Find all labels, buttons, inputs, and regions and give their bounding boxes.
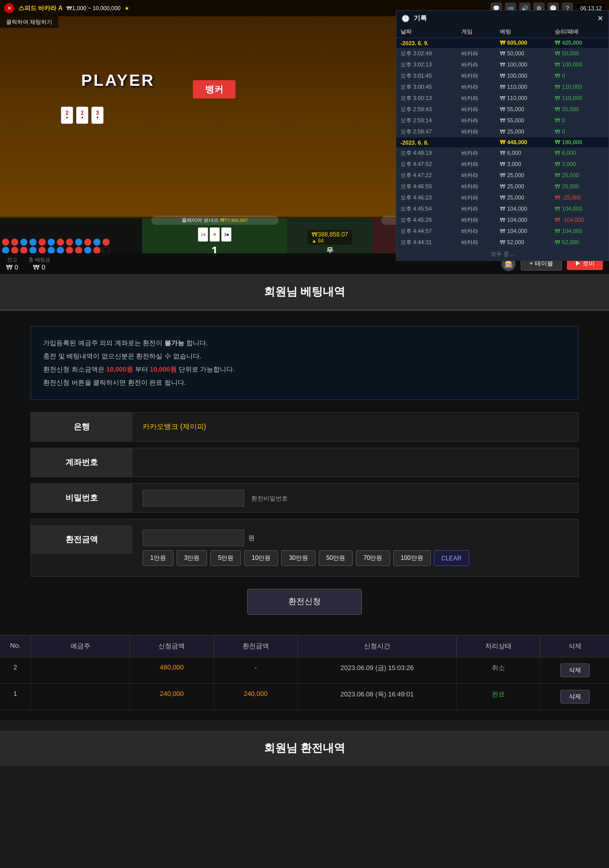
amount-label: 환전금액 bbox=[31, 525, 132, 554]
history-time: 오후 4:45:54 bbox=[396, 204, 457, 215]
score-dot bbox=[103, 239, 110, 246]
history-time: 오후 4:48:19 bbox=[396, 148, 457, 159]
close-button[interactable]: ✕ bbox=[4, 3, 14, 13]
history-game-blank bbox=[457, 138, 496, 148]
history-game-name: 바카라 bbox=[457, 48, 496, 59]
history-game-name: 바카라 bbox=[457, 237, 496, 248]
amount-input-row: 원 bbox=[143, 529, 469, 546]
history-time: 오후 3:00:13 bbox=[396, 93, 457, 104]
banker-button[interactable]: 뱅커 bbox=[193, 80, 235, 98]
delete-button-1[interactable]: 삭제 bbox=[560, 690, 590, 704]
history-bet-amount: ₩ 25,000 bbox=[496, 181, 551, 192]
amount-row: 환전금액 원 1만원 3만원 5만원 10만원 30만원 50만원 70만원 1… bbox=[30, 519, 579, 577]
history-game-name: 바카라 bbox=[457, 204, 496, 215]
history-bet-amount: ₩ 25,000 bbox=[496, 192, 551, 204]
notice-box: 가입등록된 예금주 외의 계좌로는 환전이 불가능 합니다. 충전 및 베팅내역… bbox=[30, 326, 579, 400]
history-result-total: ₩ 425,000 bbox=[551, 38, 608, 48]
amount-btn-10만[interactable]: 10만원 bbox=[244, 550, 278, 566]
amount-btn-100만[interactable]: 100만원 bbox=[393, 550, 431, 566]
jackpot-balance-section: 잔고 ₩ 0 bbox=[6, 256, 18, 271]
history-time: 오후 3:00:45 bbox=[396, 82, 457, 93]
td-apply-1: 240,000 bbox=[130, 684, 214, 710]
history-more: 모두 중... bbox=[396, 248, 608, 260]
amount-btn-50만[interactable]: 50만원 bbox=[319, 550, 353, 566]
history-bet-amount: ₩ 104,000 bbox=[496, 226, 551, 237]
game-amount-range: ₩1,000 ~ 10,000,000 bbox=[66, 5, 120, 12]
history-bet-amount: ₩ 25,000 bbox=[496, 126, 551, 138]
history-close-btn[interactable]: ✕ bbox=[597, 14, 603, 22]
score-dot bbox=[29, 239, 37, 246]
history-title: 기록 bbox=[414, 14, 593, 23]
td-time-2: 2023.06.09 (금) 15:03:26 bbox=[298, 657, 457, 683]
amount-btn-70만[interactable]: 70만원 bbox=[356, 550, 390, 566]
history-result-amount: ₩ -25,000 bbox=[551, 192, 608, 204]
amount-btn-5만[interactable]: 5만원 bbox=[210, 550, 241, 566]
form-section: 가입등록된 예금주 외의 계좌로는 환전이 불가능 합니다. 충전 및 베팅내역… bbox=[0, 311, 609, 635]
history-game-name: 바카라 bbox=[457, 148, 496, 159]
td-exchange-1: 240,000 bbox=[214, 684, 298, 710]
notice-line-1: 가입등록된 예금주 외의 계좌로는 환전이 불가능 합니다. bbox=[43, 337, 566, 350]
withdrawal-history-title: 회원님 환전내역 bbox=[0, 730, 609, 766]
score-grid bbox=[2, 239, 140, 254]
player-bonus-label: 플레이어 보너스 ₩77,901,007 bbox=[151, 216, 279, 225]
amount-input-section: 원 1만원 3만원 5만원 10만원 30만원 50만원 70만원 100만원 … bbox=[132, 525, 480, 570]
history-time: 오후 4:47:22 bbox=[396, 170, 457, 181]
chat-bar[interactable]: 클릭하여 채팅하기 bbox=[0, 16, 58, 28]
amount-btn-30만[interactable]: 30만원 bbox=[281, 550, 315, 566]
history-game-name: 바카라 bbox=[457, 59, 496, 71]
amount-btn-1만[interactable]: 1만원 bbox=[143, 550, 174, 566]
history-result-amount: ₩ 100,000 bbox=[551, 59, 608, 71]
history-game-name: 바카라 bbox=[457, 82, 496, 93]
star-icon: ★ bbox=[124, 5, 129, 12]
history-result-amount: ₩ 104,000 bbox=[551, 204, 608, 215]
member-betting-title: 회원님 베팅내역 bbox=[0, 274, 609, 311]
history-clock-icon: 🕐 bbox=[401, 15, 410, 22]
submit-wrap: 환전신청 bbox=[30, 589, 579, 620]
table-row: 1 240,000 240,000 2023.06.08 (목) 16:49:0… bbox=[0, 684, 609, 710]
account-label: 계좌번호 bbox=[31, 448, 132, 477]
score-dot bbox=[11, 247, 18, 254]
amount-unit: 원 bbox=[248, 533, 255, 543]
history-game-name: 바카라 bbox=[457, 181, 496, 192]
th-apply-amount: 신청금액 bbox=[130, 636, 214, 657]
history-bet-amount: ₩ 100,000 bbox=[496, 59, 551, 71]
jackpot-balance-label: 잔고 bbox=[7, 256, 17, 263]
history-bet-amount: ₩ 110,000 bbox=[496, 82, 551, 93]
history-result-total: ₩ 190,000 bbox=[551, 138, 608, 148]
bank-value: 카카오뱅크 (제이피) bbox=[132, 414, 578, 440]
password-input[interactable] bbox=[143, 490, 244, 507]
td-no-1: 1 bbox=[0, 684, 31, 710]
history-bet-amount: ₩ 55,000 bbox=[496, 104, 551, 115]
highlight-amount-2: 10,000원 bbox=[150, 365, 177, 373]
bank-label: 은행 bbox=[31, 413, 132, 441]
amount-input[interactable] bbox=[143, 529, 244, 546]
clear-button[interactable]: CLEAR bbox=[434, 550, 469, 566]
submit-button[interactable]: 환전신청 bbox=[247, 589, 362, 615]
player-cards: 2♦ 2♦ 3♦ bbox=[61, 107, 104, 124]
score-dot bbox=[20, 247, 27, 254]
jackpot-total-label: 충 배팅금 bbox=[28, 256, 50, 263]
history-bet-amount: ₩ 104,000 bbox=[496, 204, 551, 215]
amount-btn-3만[interactable]: 3만원 bbox=[177, 550, 208, 566]
bank-row: 은행 카카오뱅크 (제이피) bbox=[30, 412, 579, 442]
td-apply-2: 480,000 bbox=[130, 657, 214, 683]
history-time: 오후 2:58:47 bbox=[396, 126, 457, 138]
p-card1: 2♦ bbox=[198, 227, 208, 242]
th-depositor: 예금주 bbox=[31, 636, 130, 657]
history-time: 오후 2:59:14 bbox=[396, 115, 457, 126]
history-game-name: 바카라 bbox=[457, 170, 496, 181]
history-time: 오후 2:59:43 bbox=[396, 104, 457, 115]
history-time: 오후 3:01:45 bbox=[396, 71, 457, 82]
notice-line-4: 환전신청 버튼을 클릭하시면 환전이 완료 됩니다. bbox=[43, 376, 566, 389]
td-depositor-2 bbox=[31, 657, 130, 683]
history-result-amount: ₩ 0 bbox=[551, 71, 608, 82]
th-no: No. bbox=[0, 636, 31, 657]
delete-button-2[interactable]: 삭제 bbox=[560, 663, 590, 677]
history-bet-amount: ₩ 25,000 bbox=[496, 170, 551, 181]
player-card-2: 2♦ bbox=[76, 107, 88, 124]
history-game-name: 바카라 bbox=[457, 104, 496, 115]
history-time: 오후 4:46:50 bbox=[396, 181, 457, 192]
history-header: 🕐 기록 ✕ bbox=[396, 11, 608, 26]
td-no-2: 2 bbox=[0, 657, 31, 683]
history-bet-amount: ₩ 104,000 bbox=[496, 215, 551, 226]
